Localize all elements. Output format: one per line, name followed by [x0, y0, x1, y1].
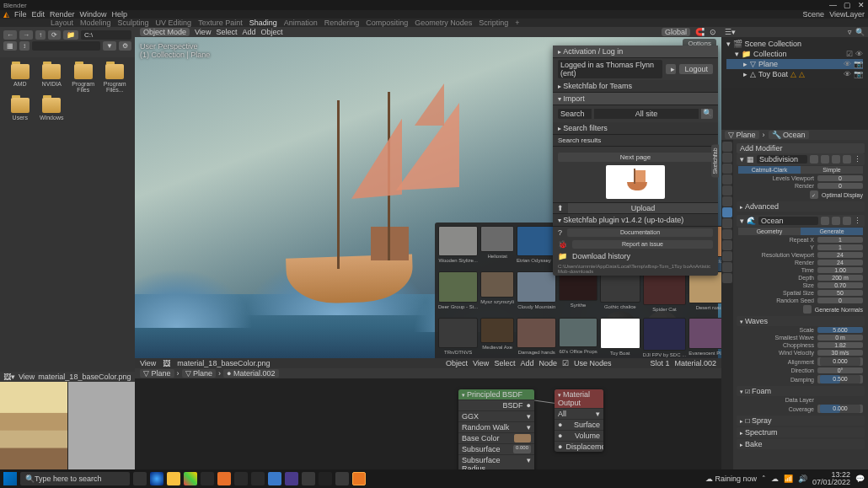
levels-render-field[interactable]: 0	[817, 183, 863, 189]
app-icon[interactable]	[335, 472, 349, 485]
asset-item[interactable]: Evanescent Plat...	[689, 318, 721, 358]
ne-add[interactable]: Add	[520, 359, 533, 367]
tab-scripting[interactable]: Scripting	[479, 19, 508, 27]
repeat-y-field[interactable]: 1	[817, 244, 863, 250]
orientation-selector[interactable]: Global	[662, 28, 690, 36]
nav-new-button[interactable]: 📁	[63, 30, 78, 40]
depth-field[interactable]: 200 m	[817, 275, 863, 281]
taskbar-search[interactable]: 🔍 Type here to search	[20, 472, 130, 485]
sf-upload-icon[interactable]: ⬆	[553, 203, 568, 213]
nav-fwd-button[interactable]: →	[19, 30, 33, 40]
use-nodes-toggle[interactable]: Use Nodes	[574, 359, 612, 367]
tab-add[interactable]: +	[515, 19, 519, 27]
smallest-wave-field[interactable]: 0 m	[817, 335, 863, 341]
scene-field[interactable]: Scene	[803, 10, 825, 19]
res-viewport-field[interactable]: 24	[817, 252, 863, 258]
ne-select[interactable]: Select	[494, 359, 515, 367]
asset-item[interactable]: 60's Office Props	[559, 318, 597, 358]
asset-item[interactable]: Wooden Stylize...	[438, 226, 478, 269]
sf-doc-button[interactable]: Documentation	[567, 228, 713, 237]
sf-upload-button[interactable]: Upload	[568, 203, 718, 213]
sf-logout-button[interactable]: Logout	[679, 64, 713, 74]
subdiv-simple-button[interactable]: Simple	[801, 166, 863, 174]
sf-filters-header[interactable]: ▸ Search filters	[553, 122, 718, 135]
sf-import-header[interactable]: ▾ Import	[553, 93, 718, 105]
props-tab-scene[interactable]	[722, 174, 732, 185]
tab-layout[interactable]: Layout	[51, 19, 73, 27]
maximize-button[interactable]: ▢	[844, 1, 851, 9]
ie-image-selector[interactable]: material_18_baseColor.png	[38, 373, 131, 381]
props-tab-render[interactable]	[722, 142, 732, 152]
outliner-scene-collection[interactable]: ▾ 🎬 Scene Collection	[726, 39, 863, 49]
asset-item[interactable]: Syrithe	[559, 271, 597, 314]
ne-view[interactable]: View	[473, 359, 489, 367]
sf-issue-button[interactable]: Report an issue	[572, 240, 713, 249]
sf-link-button[interactable]: ▸	[666, 64, 676, 74]
mod-render-icon[interactable]	[821, 155, 829, 164]
taskbar-clock[interactable]: 13:2207/01/2022	[812, 471, 850, 486]
app-icon[interactable]	[268, 472, 281, 485]
settings-button[interactable]: ⚙	[119, 41, 131, 51]
ne-node[interactable]: Node	[538, 359, 557, 367]
principled-bsdf-node[interactable]: ▾ Principled BSDF BSDF ● GGX▾ Random Wal…	[458, 389, 534, 469]
props-tab-texture[interactable]	[722, 273, 732, 283]
sf-search-button[interactable]: 🔍	[701, 109, 713, 119]
props-tab-physics[interactable]	[722, 229, 732, 239]
mode-selector[interactable]: Object Mode	[140, 28, 190, 36]
chrome-icon[interactable]	[184, 472, 197, 485]
vp-menu-select[interactable]: Select	[216, 28, 237, 36]
proportional-icon[interactable]: ⊙	[710, 28, 716, 36]
asset-item[interactable]: Toy Boat	[600, 318, 640, 358]
props-tab-particle[interactable]	[722, 218, 732, 228]
props-tab-constraint[interactable]	[722, 240, 732, 250]
menu-render[interactable]: Render	[50, 10, 75, 19]
tab-modeling[interactable]: Modeling	[80, 19, 111, 27]
sf-activation-header[interactable]: ▸ Activation / Log in	[553, 46, 718, 58]
ne-obj[interactable]: Object	[446, 359, 468, 367]
weather-widget[interactable]: ☁ Raining now	[705, 475, 757, 483]
tab-texture[interactable]: Texture Paint	[198, 19, 243, 27]
vp-menu-view[interactable]: View	[195, 28, 211, 36]
outliner[interactable]: ▾ 🎬 Scene Collection ▾ 📁 Collection☑ 👁 ▸…	[721, 37, 868, 88]
wind-velocity-field[interactable]: 30 m/s	[817, 350, 863, 356]
tab-sculpting[interactable]: Sculpting	[118, 19, 149, 27]
explorer-icon[interactable]	[167, 472, 180, 485]
tray-volume-icon[interactable]: 🔊	[798, 475, 807, 483]
waves-panel-header[interactable]: ▾ Waves	[737, 316, 865, 326]
display-mode-button[interactable]: ▦	[3, 41, 17, 51]
mod-cage-icon[interactable]	[843, 155, 851, 164]
coverage-slider[interactable]: 0.000	[820, 405, 860, 413]
damping-slider[interactable]: 0.500	[820, 375, 860, 383]
bake-panel-header[interactable]: ▸ Bake	[737, 439, 865, 449]
outliner-row[interactable]: ▸ △ Toy Boat △ △👁 📷	[726, 69, 863, 79]
sf-plugin-header[interactable]: ▾ Sketchfab plugin v1.4.2 (up-to-date)	[553, 214, 718, 227]
ne-crumb-data[interactable]: ▽ Plane	[182, 369, 217, 378]
asset-item[interactable]: Gothic chalice	[600, 271, 640, 314]
nav-refresh-button[interactable]: ⟳	[48, 30, 61, 40]
menu-help[interactable]: Help	[112, 10, 128, 19]
scale-field[interactable]: 5.600	[817, 327, 863, 333]
tray-cloud-icon[interactable]: ☁	[771, 475, 779, 483]
ie-image-field[interactable]: material_18_baseColor.png	[177, 359, 270, 367]
props-tab-material[interactable]	[722, 262, 732, 272]
res-render-field[interactable]: 24	[817, 260, 863, 265]
tray-chevron-icon[interactable]: ˄	[762, 475, 766, 483]
3d-viewport[interactable]: Options User Perspective (1) Collection …	[135, 37, 721, 358]
tab-geonodes[interactable]: Geometry Nodes	[415, 19, 472, 27]
sf-result-preview[interactable]	[606, 165, 665, 199]
terminal-icon[interactable]	[201, 472, 214, 485]
app-icon[interactable]	[217, 472, 231, 485]
spatial-size-field[interactable]: 50	[817, 290, 863, 296]
viewlayer-field[interactable]: ViewLayer	[829, 10, 865, 19]
props-tab-modifier[interactable]	[722, 207, 732, 217]
outliner-mode-icon[interactable]: ☰▾	[725, 28, 736, 36]
ie-view-menu[interactable]: View	[140, 359, 156, 367]
subdiv-catmull-button[interactable]: Catmull-Clark	[738, 166, 801, 174]
sf-teams-header[interactable]: ▸ Sketchfab for Teams	[553, 80, 718, 93]
app-icon[interactable]	[285, 472, 298, 485]
props-tab-view[interactable]	[722, 164, 732, 174]
generate-normals-checkbox[interactable]	[803, 305, 812, 314]
node-editor[interactable]: ▽ Plane › ▽ Plane › ● Material.002 ▾ Pri…	[135, 368, 721, 469]
choppiness-field[interactable]: 1.82	[817, 342, 863, 348]
start-button[interactable]	[3, 472, 17, 485]
